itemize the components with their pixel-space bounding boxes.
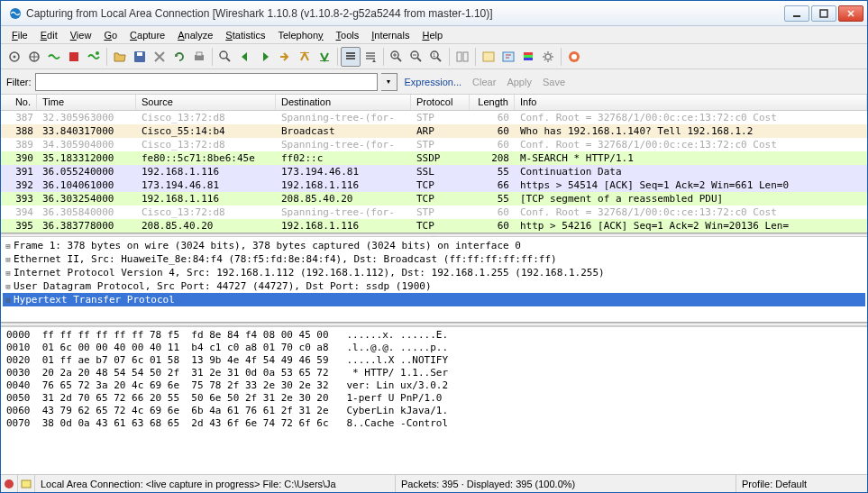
filter-input[interactable]	[35, 73, 378, 91]
zoom-reset-icon[interactable]: 1	[426, 47, 446, 67]
statusbar: Local Area Connection: <live capture in …	[1, 474, 867, 492]
expand-icon[interactable]: ⊞	[3, 255, 14, 264]
last-icon[interactable]	[315, 47, 334, 67]
menu-edit[interactable]: Edit	[35, 28, 63, 42]
help-icon[interactable]	[564, 47, 584, 67]
column-header-length[interactable]: Length	[470, 95, 515, 110]
svg-rect-2	[820, 10, 827, 17]
column-header-protocol[interactable]: Protocol	[411, 95, 470, 110]
svg-point-12	[220, 51, 227, 59]
resize-columns-icon[interactable]	[452, 47, 472, 67]
expand-icon[interactable]: ⊞	[3, 242, 14, 251]
options-icon[interactable]	[24, 47, 44, 67]
menu-statistics[interactable]: Statistics	[220, 28, 270, 42]
zoom-in-icon[interactable]	[387, 47, 407, 67]
expand-icon[interactable]: ⊞	[3, 282, 14, 291]
app-icon	[8, 6, 23, 21]
close-button[interactable]	[838, 5, 863, 22]
detail-row[interactable]: ⊞User Datagram Protocol, Src Port: 44727…	[3, 279, 865, 293]
expert-info-icon[interactable]	[3, 478, 15, 490]
capture-filters-icon[interactable]	[479, 47, 498, 67]
menu-telephony[interactable]: Telephony	[272, 28, 328, 42]
menu-file[interactable]: File	[6, 28, 33, 42]
packet-row[interactable]: 38934.305904000Cisco_13:72:d8Spanning-tr…	[1, 138, 867, 151]
filter-dropdown[interactable]: ▼	[381, 73, 397, 91]
packet-list-body[interactable]: 38732.305963000Cisco_13:72:d8Spanning-tr…	[1, 111, 867, 233]
preferences-icon[interactable]	[538, 47, 558, 67]
svg-rect-11	[196, 52, 202, 56]
save-link[interactable]: Save	[539, 77, 569, 87]
expand-icon[interactable]: ⊞	[3, 296, 14, 305]
maximize-button[interactable]	[811, 5, 836, 22]
byte-row[interactable]: 0050 31 2d 70 65 72 66 20 55 50 6e 50 2f…	[6, 392, 862, 405]
svg-rect-15	[346, 52, 355, 54]
column-header-no[interactable]: No.	[1, 95, 37, 110]
svg-rect-28	[503, 52, 514, 61]
apply-link[interactable]: Apply	[503, 77, 535, 87]
print-icon[interactable]	[189, 47, 209, 67]
svg-point-7	[96, 51, 99, 55]
menu-analyze[interactable]: Analyze	[172, 28, 218, 42]
byte-row[interactable]: 0070 38 0d 0a 43 61 63 68 65 2d 43 6f 6e…	[6, 417, 862, 430]
byte-row[interactable]: 0030 20 2a 20 48 54 54 50 2f 31 2e 31 0d…	[6, 367, 862, 379]
save-icon[interactable]	[130, 47, 150, 67]
detail-row[interactable]: ⊞Internet Protocol Version 4, Src: 192.1…	[3, 266, 865, 279]
forward-icon[interactable]	[255, 47, 275, 67]
menu-internals[interactable]: Internals	[366, 28, 415, 42]
autoscroll-icon[interactable]	[361, 47, 380, 67]
packet-row[interactable]: 39436.305840000Cisco_13:72:d8Spanning-tr…	[1, 205, 867, 219]
coloring-rules-icon[interactable]	[518, 47, 538, 67]
colorize-icon[interactable]	[341, 47, 361, 67]
detail-row[interactable]: ⊞Hypertext Transfer Protocol	[3, 293, 865, 306]
column-header-time[interactable]: Time	[37, 95, 136, 110]
first-icon[interactable]	[295, 47, 315, 67]
minimize-button[interactable]	[784, 5, 809, 22]
capture-comment-icon[interactable]	[20, 478, 32, 490]
goto-icon[interactable]	[275, 47, 295, 67]
byte-row[interactable]: 0040 76 65 72 3a 20 4c 69 6e 75 78 2f 33…	[6, 379, 862, 392]
packet-row[interactable]: 39336.303254000192.168.1.116208.85.40.20…	[1, 192, 867, 205]
reload-icon[interactable]	[169, 47, 189, 67]
menu-go[interactable]: Go	[98, 28, 123, 42]
start-capture-icon[interactable]	[44, 47, 64, 67]
detail-row[interactable]: ⊞Frame 1: 378 bytes on wire (3024 bits),…	[3, 239, 865, 252]
svg-rect-20	[366, 58, 375, 59]
byte-row[interactable]: 0010 01 6c 00 00 40 00 40 11 b4 c1 c0 a8…	[6, 342, 862, 354]
menu-capture[interactable]: Capture	[124, 28, 170, 42]
close-file-icon[interactable]	[150, 47, 169, 67]
byte-row[interactable]: 0020 01 ff ae b7 07 6c 01 58 13 9b 4e 4f…	[6, 354, 862, 367]
display-filters-icon[interactable]	[498, 47, 518, 67]
expand-icon[interactable]: ⊞	[3, 269, 14, 278]
byte-row[interactable]: 0000 ff ff ff ff ff ff 78 f5 fd 8e 84 f4…	[6, 329, 862, 342]
menu-tools[interactable]: Tools	[331, 28, 365, 42]
packet-bytes-pane[interactable]: 0000 ff ff ff ff ff ff 78 f5 fd 8e 84 f4…	[1, 326, 867, 474]
clear-link[interactable]: Clear	[469, 77, 499, 87]
find-icon[interactable]	[215, 47, 235, 67]
byte-row[interactable]: 0060 43 79 62 65 72 4c 69 6e 6b 4a 61 76…	[6, 405, 862, 417]
status-profile[interactable]: Profile: Default	[736, 475, 867, 492]
restart-capture-icon[interactable]	[84, 47, 104, 67]
interfaces-icon[interactable]	[5, 47, 24, 67]
toolbar: 1	[1, 44, 867, 69]
svg-rect-31	[524, 58, 533, 60]
packet-row[interactable]: 39035.183312000fe80::5c71:8be6:45eff02::…	[1, 151, 867, 165]
packet-row[interactable]: 38833.840317000Cisco_55:14:b4BroadcastAR…	[1, 124, 867, 138]
detail-row[interactable]: ⊞Ethernet II, Src: HuaweiTe_8e:84:f4 (78…	[3, 252, 865, 266]
stop-capture-icon[interactable]	[64, 47, 84, 67]
column-header-info[interactable]: Info	[515, 95, 867, 110]
zoom-out-icon[interactable]	[407, 47, 426, 67]
packet-details-pane[interactable]: ⊞Frame 1: 378 bytes on wire (3024 bits),…	[1, 237, 867, 323]
packet-row[interactable]: 38732.305963000Cisco_13:72:d8Spanning-tr…	[1, 111, 867, 124]
menubar: File Edit View Go Capture Analyze Statis…	[1, 26, 867, 44]
svg-point-32	[545, 54, 551, 59]
packet-row[interactable]: 39536.383778000208.85.40.20192.168.1.116…	[1, 219, 867, 233]
column-header-destination[interactable]: Destination	[276, 95, 411, 110]
column-header-source[interactable]: Source	[136, 95, 276, 110]
expression-link[interactable]: Expression...	[401, 77, 466, 87]
back-icon[interactable]	[235, 47, 255, 67]
menu-view[interactable]: View	[65, 28, 97, 42]
menu-help[interactable]: Help	[416, 28, 448, 42]
open-icon[interactable]	[110, 47, 130, 67]
packet-row[interactable]: 39236.104061000173.194.46.81192.168.1.11…	[1, 178, 867, 192]
packet-row[interactable]: 39136.055240000192.168.1.116173.194.46.8…	[1, 165, 867, 178]
